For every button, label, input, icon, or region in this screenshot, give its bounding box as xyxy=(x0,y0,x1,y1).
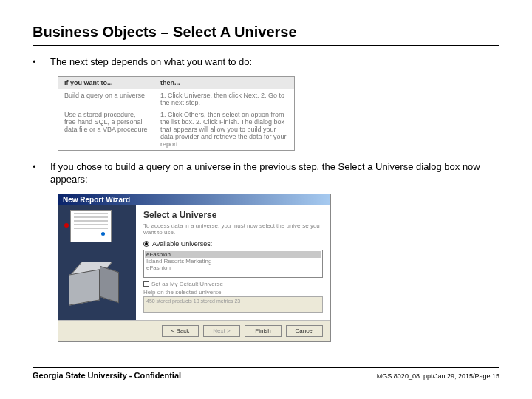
bullet-2-text: If you chose to build a query on a unive… xyxy=(50,161,499,186)
footer-right: MGS 8020_08. ppt/Jan 29, 2015/Page 15 xyxy=(377,372,499,380)
wizard-panel-subtitle: To access data in a universe, you must n… xyxy=(143,222,323,236)
help-text-box: 450 stored products 18 stored metrics 23 xyxy=(143,296,323,313)
decision-table: If you want to... then... Build a query … xyxy=(58,76,295,151)
default-universe-checkbox[interactable] xyxy=(143,281,149,287)
table-cell: Build a query on a universe xyxy=(58,89,154,109)
list-item[interactable]: Island Resorts Marketing xyxy=(145,258,321,265)
bullet-marker: • xyxy=(33,56,50,69)
checkbox-label: Set as My Default Universe xyxy=(151,281,223,287)
table-cell: Use a stored procedure, free hand SQL, a… xyxy=(58,109,154,151)
footer-left: Georgia State University - Confidential xyxy=(33,371,181,380)
next-button[interactable]: Next > xyxy=(203,325,240,337)
help-label: Help on the selected universe: xyxy=(143,289,323,296)
back-button[interactable]: < Back xyxy=(162,325,199,337)
wizard-dialog: New Report Wizard Select a Universe To a… xyxy=(58,194,331,342)
slide-footer: Georgia State University - Confidential … xyxy=(33,367,499,380)
list-item[interactable]: eFashion xyxy=(145,251,321,258)
list-item[interactable]: eFashion xyxy=(145,265,321,271)
slide-title: Business Objects – Select A Universe xyxy=(33,24,499,46)
finish-button[interactable]: Finish xyxy=(245,325,282,337)
radio-available-universes[interactable] xyxy=(143,241,149,247)
universe-listbox[interactable]: eFashion Island Resorts Marketing eFashi… xyxy=(143,250,323,278)
radio-label: Available Universes: xyxy=(152,240,212,248)
cancel-button[interactable]: Cancel xyxy=(286,325,323,337)
bullet-marker: • xyxy=(33,161,50,186)
table-cell: 1. Click Universe, then click Next. 2. G… xyxy=(154,89,295,109)
table-cell: 1. Click Others, then select an option f… xyxy=(154,109,295,151)
table-header-2: then... xyxy=(154,76,295,89)
bullet-1-text: The next step depends on what you want t… xyxy=(50,56,252,69)
wizard-window-title: New Report Wizard xyxy=(58,194,330,205)
wizard-sidebar-graphic xyxy=(58,205,136,320)
wizard-panel-title: Select a Universe xyxy=(143,210,323,220)
table-header-1: If you want to... xyxy=(58,76,154,89)
